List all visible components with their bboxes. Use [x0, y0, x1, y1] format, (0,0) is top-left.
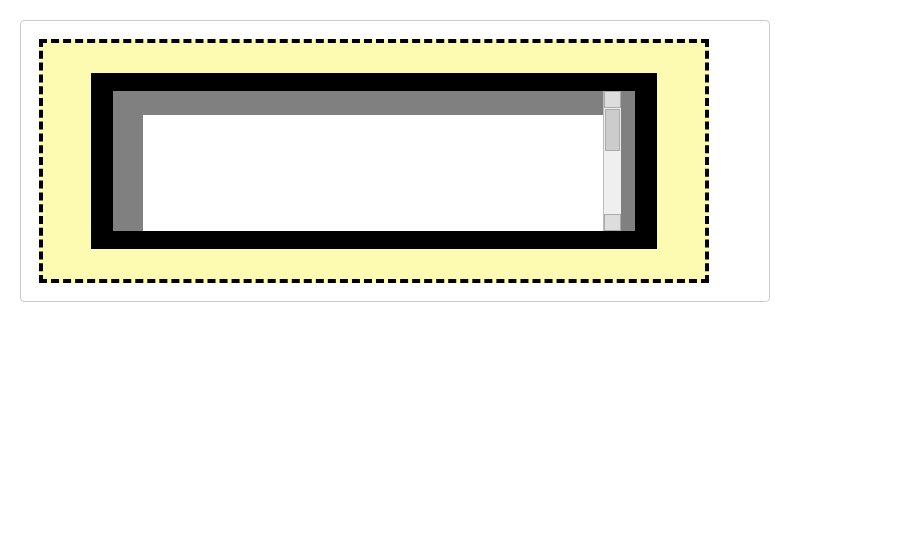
margin-box — [39, 39, 709, 283]
scroll-up-icon[interactable] — [604, 91, 621, 108]
margin-bottom-label — [91, 249, 657, 265]
margin-top-label — [91, 57, 657, 73]
scrollbar[interactable] — [603, 91, 621, 231]
padding-top-label — [143, 91, 603, 115]
content-box — [143, 115, 603, 231]
scroll-down-icon[interactable] — [604, 214, 621, 231]
padding-box — [113, 91, 635, 231]
diagram-frame — [20, 20, 770, 302]
scroll-track[interactable] — [604, 108, 621, 214]
border-top-label — [113, 73, 635, 91]
border-box — [91, 73, 657, 249]
border-bottom-label — [113, 231, 635, 249]
padding-inner — [143, 91, 603, 231]
scroll-thumb[interactable] — [605, 109, 620, 151]
